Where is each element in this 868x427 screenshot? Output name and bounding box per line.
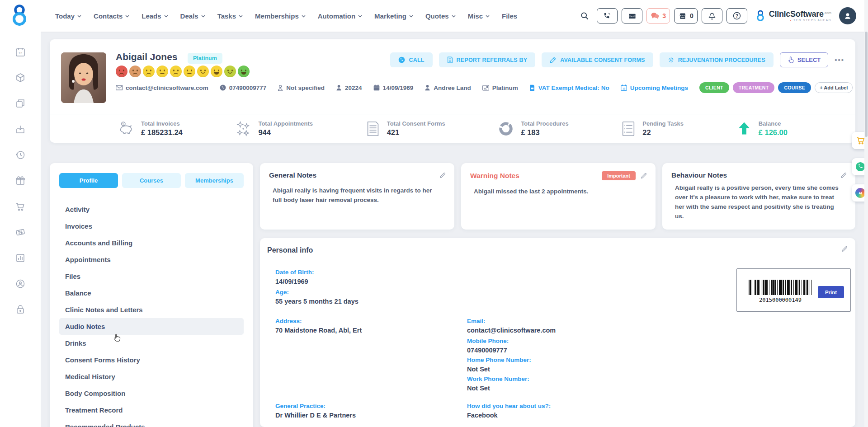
stat-pending-tasks: Pending Tasks22 — [621, 120, 684, 137]
mood-3-icon[interactable] — [143, 66, 155, 77]
mood-scale[interactable] — [116, 66, 250, 77]
phone-icon — [855, 162, 865, 172]
patient-dob[interactable]: 14/09/1969 — [373, 84, 414, 91]
bell-icon — [708, 12, 716, 20]
support-icon[interactable] — [15, 278, 26, 289]
edit-icon[interactable] — [840, 172, 847, 179]
label-course[interactable]: COURSE — [778, 82, 811, 93]
store-button[interactable]: 0 — [674, 8, 698, 23]
stats-row: $ Total Invoices£ 185231.24 Total Appoin… — [50, 114, 855, 143]
dialer-button[interactable] — [597, 8, 618, 23]
tier-badge: Platinum — [188, 53, 222, 64]
membership-level[interactable]: Platinum — [482, 84, 518, 91]
menu-item-medical-history[interactable]: Medical History — [59, 368, 244, 385]
nav-misc[interactable]: Misc — [468, 12, 490, 20]
upcoming-meetings-link[interactable]: 12Upcoming Meetings — [621, 84, 688, 91]
menu-item-body-composition[interactable]: Body Composition — [59, 385, 244, 402]
menu-item-files[interactable]: Files — [59, 268, 244, 285]
search-icon[interactable] — [580, 11, 589, 20]
mood-5-icon[interactable] — [170, 66, 182, 77]
brand-tld: .com — [824, 10, 831, 14]
inbox-button[interactable] — [622, 8, 642, 23]
mood-8-icon[interactable] — [211, 66, 222, 77]
menu-item-clinic-notes-and-letters[interactable]: Clinic Notes and Letters — [59, 301, 244, 318]
menu-item-balance[interactable]: Balance — [59, 285, 244, 301]
menu-item-recommended-products[interactable]: Recommended Products — [59, 418, 244, 427]
label-treatment[interactable]: TREATMENT — [733, 82, 775, 93]
copy-icon[interactable] — [15, 98, 26, 109]
hand-pointer-icon — [788, 56, 794, 63]
stat-label: Pending Tasks — [642, 120, 684, 127]
user-avatar-button[interactable] — [839, 7, 856, 24]
label-client[interactable]: CLIENT — [699, 82, 729, 93]
tab-memberships[interactable]: Memberships — [185, 173, 244, 188]
more-actions-button[interactable]: ••• — [835, 56, 844, 64]
stat-value: £ 126.00 — [759, 128, 788, 137]
nav-today[interactable]: Today — [55, 12, 81, 20]
package-icon[interactable] — [15, 72, 26, 83]
phone-icon — [398, 56, 405, 63]
scrollbar-thumb[interactable] — [865, 32, 868, 137]
report-chart-icon[interactable] — [15, 253, 26, 263]
nav-quotes[interactable]: Quotes — [425, 12, 456, 20]
menu-item-consent-forms-history[interactable]: Consent Forms History — [59, 352, 244, 368]
vertical-scrollbar[interactable] — [864, 0, 868, 427]
nav-files[interactable]: Files — [502, 12, 517, 20]
call-button[interactable]: CALL — [390, 52, 432, 67]
mood-9-icon[interactable] — [224, 66, 236, 77]
nav-tasks[interactable]: Tasks — [217, 12, 243, 20]
nav-automation[interactable]: Automation — [318, 12, 362, 20]
vat-exempt-link[interactable]: VAT Exempt Medical: No — [529, 84, 609, 91]
patient-phone[interactable]: 07490009777 — [220, 84, 267, 91]
nav-marketing[interactable]: Marketing — [374, 12, 413, 20]
menu-item-activity[interactable]: Activity — [59, 201, 244, 218]
calendar-icon[interactable]: 12 — [15, 47, 26, 57]
assigned-staff[interactable]: Andree Land — [425, 84, 471, 91]
voucher-icon[interactable] — [15, 227, 26, 238]
mood-7-icon[interactable] — [197, 66, 209, 77]
patient-email[interactable]: contact@clinicsoftware.com — [116, 84, 208, 91]
menu-item-invoices[interactable]: Invoices — [59, 218, 244, 235]
svg-text:$: $ — [123, 122, 124, 126]
menu-item-treatment-record[interactable]: Treatment Record — [59, 402, 244, 418]
nav-leads[interactable]: Leads — [142, 12, 168, 20]
patient-id[interactable]: 20224 — [336, 84, 362, 91]
barcode-box: 2015000000149 Print — [736, 268, 851, 312]
patient-photo[interactable] — [61, 52, 106, 103]
gift-icon[interactable] — [15, 175, 26, 186]
menu-item-appointments[interactable]: Appointments — [59, 251, 244, 268]
brand-logo[interactable]: ClinicSoftware.com ▪ TEN STEPS AHEAD — [755, 9, 831, 22]
contact-row: contact@clinicsoftware.com 07490009777 N… — [116, 82, 853, 93]
tab-courses[interactable]: Courses — [122, 173, 181, 188]
notifications-button[interactable] — [702, 8, 722, 23]
rejuvenation-button[interactable]: REJUVENATION PROCEDURES — [660, 52, 774, 67]
clinicsoftware-logo-icon[interactable] — [9, 4, 30, 27]
mood-6-icon[interactable] — [184, 66, 195, 77]
chat-button[interactable]: 3 — [646, 8, 670, 23]
edit-icon[interactable] — [640, 172, 647, 179]
nav-deals[interactable]: Deals — [180, 12, 205, 20]
nav-contacts[interactable]: Contacts — [94, 12, 129, 20]
consent-forms-button[interactable]: AVAILABLE CONSENT FORMS — [542, 52, 653, 67]
report-referrals-button[interactable]: REPORT REFERRALS BY — [439, 52, 536, 67]
print-button[interactable]: Print — [818, 286, 844, 298]
mood-1-icon[interactable] — [116, 66, 127, 77]
nav-memberships[interactable]: Memberships — [255, 12, 306, 20]
archive-tray-icon[interactable] — [15, 124, 26, 135]
edit-icon[interactable] — [841, 245, 848, 253]
mood-4-icon[interactable] — [156, 66, 168, 77]
select-button[interactable]: SELECT — [780, 52, 828, 67]
tab-profile[interactable]: Profile — [59, 173, 118, 188]
add-label-button[interactable]: + Add Label — [815, 82, 853, 93]
menu-item-drinks[interactable]: Drinks — [59, 335, 244, 352]
lock-icon[interactable] — [15, 304, 26, 315]
history-icon[interactable] — [15, 150, 26, 160]
edit-icon[interactable] — [439, 172, 446, 179]
mood-2-icon[interactable] — [129, 66, 141, 77]
menu-item-accounts-and-billing[interactable]: Accounts and Billing — [59, 235, 244, 251]
patient-occupation[interactable]: Not specified — [278, 84, 325, 91]
help-button[interactable]: ? — [726, 8, 747, 23]
menu-item-audio-notes[interactable]: Audio Notes — [59, 318, 244, 335]
mood-10-icon[interactable] — [238, 66, 250, 77]
cart-icon[interactable] — [15, 201, 26, 212]
